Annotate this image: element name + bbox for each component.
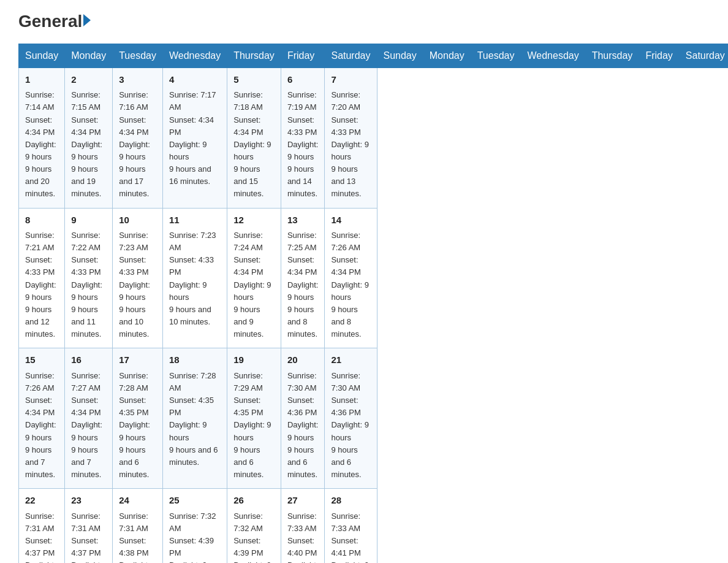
logo-general: General <box>18 12 82 31</box>
day-number: 14 <box>331 213 370 228</box>
day-cell: 15Sunrise: 7:26 AMSunset: 4:34 PMDayligh… <box>19 348 65 489</box>
day-cell: 16Sunrise: 7:27 AMSunset: 4:34 PMDayligh… <box>65 348 113 489</box>
day-number: 17 <box>119 353 156 367</box>
day-number: 13 <box>287 213 319 228</box>
day-cell: 2Sunrise: 7:15 AMSunset: 4:34 PMDaylight… <box>65 67 113 208</box>
logo: General <box>18 12 91 31</box>
day-info: Sunrise: 7:20 AMSunset: 4:33 PMDaylight:… <box>331 89 370 200</box>
day-number: 25 <box>169 494 221 508</box>
day-cell: 13Sunrise: 7:25 AMSunset: 4:34 PMDayligh… <box>281 208 325 348</box>
col-header-tuesday: Tuesday <box>113 44 163 67</box>
day-number: 4 <box>169 73 221 87</box>
day-info: Sunrise: 7:25 AMSunset: 4:34 PMDaylight:… <box>287 229 319 340</box>
day-info: Sunrise: 7:23 AMSunset: 4:33 PMDaylight:… <box>169 229 221 328</box>
day-number: 22 <box>25 494 58 508</box>
day-cell: 20Sunrise: 7:30 AMSunset: 4:36 PMDayligh… <box>281 348 325 489</box>
day-info: Sunrise: 7:31 AMSunset: 4:38 PMDaylight:… <box>119 510 156 563</box>
col-header-saturday: Saturday <box>325 44 377 67</box>
day-info: Sunrise: 7:33 AMSunset: 4:41 PMDaylight:… <box>331 510 370 563</box>
day-info: Sunrise: 7:26 AMSunset: 4:34 PMDaylight:… <box>25 370 58 481</box>
day-number: 15 <box>25 353 58 367</box>
day-cell: 12Sunrise: 7:24 AMSunset: 4:34 PMDayligh… <box>227 208 281 348</box>
day-info: Sunrise: 7:16 AMSunset: 4:34 PMDaylight:… <box>119 89 156 200</box>
day-info: Sunrise: 7:18 AMSunset: 4:34 PMDaylight:… <box>233 89 275 200</box>
day-info: Sunrise: 7:14 AMSunset: 4:34 PMDaylight:… <box>25 89 58 200</box>
day-cell: 14Sunrise: 7:26 AMSunset: 4:34 PMDayligh… <box>325 208 377 348</box>
day-cell: 27Sunrise: 7:33 AMSunset: 4:40 PMDayligh… <box>281 489 325 563</box>
col-header-monday: Monday <box>65 44 113 67</box>
day-cell: 21Sunrise: 7:30 AMSunset: 4:36 PMDayligh… <box>325 348 377 489</box>
col-header-wednesday: Wednesday <box>521 44 585 67</box>
header-row: SundayMondayTuesdayWednesdayThursdayFrid… <box>19 44 729 67</box>
day-cell: 26Sunrise: 7:32 AMSunset: 4:39 PMDayligh… <box>227 489 281 563</box>
col-header-friday: Friday <box>639 44 679 67</box>
day-number: 23 <box>71 494 106 508</box>
day-number: 28 <box>331 494 370 508</box>
day-info: Sunrise: 7:33 AMSunset: 4:40 PMDaylight:… <box>287 510 319 563</box>
col-header-monday: Monday <box>423 44 471 67</box>
day-info: Sunrise: 7:28 AMSunset: 4:35 PMDaylight:… <box>169 370 221 469</box>
day-number: 20 <box>287 353 319 367</box>
day-info: Sunrise: 7:31 AMSunset: 4:37 PMDaylight:… <box>71 510 106 563</box>
day-info: Sunrise: 7:32 AMSunset: 4:39 PMDaylight:… <box>169 510 221 563</box>
day-cell: 9Sunrise: 7:22 AMSunset: 4:33 PMDaylight… <box>65 208 113 348</box>
day-cell: 23Sunrise: 7:31 AMSunset: 4:37 PMDayligh… <box>65 489 113 563</box>
day-number: 11 <box>169 213 221 228</box>
week-row-4: 22Sunrise: 7:31 AMSunset: 4:37 PMDayligh… <box>19 489 729 563</box>
day-cell: 25Sunrise: 7:32 AMSunset: 4:39 PMDayligh… <box>162 489 227 563</box>
day-info: Sunrise: 7:26 AMSunset: 4:34 PMDaylight:… <box>331 229 370 340</box>
day-cell: 22Sunrise: 7:31 AMSunset: 4:37 PMDayligh… <box>19 489 65 563</box>
day-cell: 28Sunrise: 7:33 AMSunset: 4:41 PMDayligh… <box>325 489 377 563</box>
col-header-thursday: Thursday <box>585 44 639 67</box>
day-number: 3 <box>119 73 156 87</box>
day-info: Sunrise: 7:27 AMSunset: 4:34 PMDaylight:… <box>71 370 106 481</box>
day-cell: 10Sunrise: 7:23 AMSunset: 4:33 PMDayligh… <box>113 208 163 348</box>
day-number: 16 <box>71 353 106 367</box>
day-number: 5 <box>233 73 275 87</box>
day-cell: 8Sunrise: 7:21 AMSunset: 4:33 PMDaylight… <box>19 208 65 348</box>
day-cell: 24Sunrise: 7:31 AMSunset: 4:38 PMDayligh… <box>113 489 163 563</box>
day-number: 7 <box>331 73 370 87</box>
day-info: Sunrise: 7:32 AMSunset: 4:39 PMDaylight:… <box>233 510 275 563</box>
day-info: Sunrise: 7:24 AMSunset: 4:34 PMDaylight:… <box>233 229 275 340</box>
col-header-wednesday: Wednesday <box>162 44 227 67</box>
day-number: 6 <box>287 73 319 87</box>
day-cell: 1Sunrise: 7:14 AMSunset: 4:34 PMDaylight… <box>19 67 65 208</box>
day-cell: 11Sunrise: 7:23 AMSunset: 4:33 PMDayligh… <box>162 208 227 348</box>
day-info: Sunrise: 7:23 AMSunset: 4:33 PMDaylight:… <box>119 229 156 340</box>
calendar-table: SundayMondayTuesdayWednesdayThursdayFrid… <box>18 44 728 563</box>
day-cell: 4Sunrise: 7:17 AMSunset: 4:34 PMDaylight… <box>162 67 227 208</box>
day-cell: 17Sunrise: 7:28 AMSunset: 4:35 PMDayligh… <box>113 348 163 489</box>
day-info: Sunrise: 7:29 AMSunset: 4:35 PMDaylight:… <box>233 370 275 481</box>
day-number: 2 <box>71 73 106 87</box>
day-info: Sunrise: 7:22 AMSunset: 4:33 PMDaylight:… <box>71 229 106 340</box>
day-number: 10 <box>119 213 156 228</box>
col-header-sunday: Sunday <box>377 44 423 67</box>
day-info: Sunrise: 7:28 AMSunset: 4:35 PMDaylight:… <box>119 370 156 481</box>
logo-arrow-icon <box>83 14 91 26</box>
day-number: 9 <box>71 213 106 228</box>
day-number: 27 <box>287 494 319 508</box>
day-info: Sunrise: 7:31 AMSunset: 4:37 PMDaylight:… <box>25 510 58 563</box>
col-header-friday: Friday <box>281 44 325 67</box>
day-cell: 19Sunrise: 7:29 AMSunset: 4:35 PMDayligh… <box>227 348 281 489</box>
day-number: 18 <box>169 353 221 367</box>
page-header: General <box>18 12 710 31</box>
day-info: Sunrise: 7:19 AMSunset: 4:33 PMDaylight:… <box>287 89 319 200</box>
day-info: Sunrise: 7:17 AMSunset: 4:34 PMDaylight:… <box>169 89 221 188</box>
col-header-tuesday: Tuesday <box>471 44 521 67</box>
day-cell: 18Sunrise: 7:28 AMSunset: 4:35 PMDayligh… <box>162 348 227 489</box>
col-header-thursday: Thursday <box>227 44 281 67</box>
day-info: Sunrise: 7:15 AMSunset: 4:34 PMDaylight:… <box>71 89 106 200</box>
day-number: 8 <box>25 213 58 228</box>
day-cell: 6Sunrise: 7:19 AMSunset: 4:33 PMDaylight… <box>281 67 325 208</box>
day-info: Sunrise: 7:30 AMSunset: 4:36 PMDaylight:… <box>287 370 319 481</box>
day-number: 24 <box>119 494 156 508</box>
col-header-sunday: Sunday <box>19 44 65 67</box>
day-cell: 7Sunrise: 7:20 AMSunset: 4:33 PMDaylight… <box>325 67 377 208</box>
day-number: 21 <box>331 353 370 367</box>
week-row-3: 15Sunrise: 7:26 AMSunset: 4:34 PMDayligh… <box>19 348 729 489</box>
day-number: 19 <box>233 353 275 367</box>
week-row-1: 1Sunrise: 7:14 AMSunset: 4:34 PMDaylight… <box>19 67 729 208</box>
day-info: Sunrise: 7:21 AMSunset: 4:33 PMDaylight:… <box>25 229 58 340</box>
